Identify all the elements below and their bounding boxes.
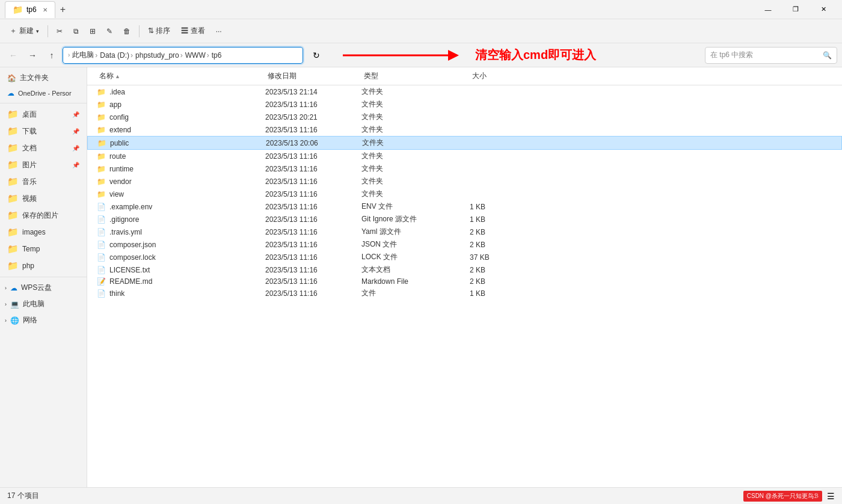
- toolbar: ＋ 新建 ▾ ✂ ⧉ ⊞ ✎ 🗑 ⇅ 排序 ☰ 查看 ···: [0, 19, 842, 43]
- col-header-size[interactable]: 大小: [470, 70, 518, 82]
- new-button[interactable]: ＋ 新建 ▾: [5, 22, 44, 41]
- minimize-button[interactable]: —: [754, 0, 782, 19]
- paste-button[interactable]: ⊞: [85, 22, 100, 41]
- table-row[interactable]: 📁 extend 2023/5/13 11:16 文件夹: [87, 123, 842, 136]
- sidebar-php-label: php: [22, 262, 34, 270]
- sidebar-item-wps[interactable]: › ☁ WPS云盘: [0, 280, 87, 296]
- address-bar[interactable]: › 此电脑 › Data (D:) › phpstudy_pro › WWW ›…: [63, 47, 303, 64]
- sidebar-item-music[interactable]: 📁 音乐: [0, 173, 87, 190]
- file-icon: 📁: [97, 177, 106, 186]
- table-row[interactable]: 📁 app 2023/5/13 11:16 文件夹: [87, 98, 842, 111]
- main-area: 🏠 主文件夹 ☁ OneDrive - Persor 📁 桌面 📌 📁 下载 📌…: [0, 67, 842, 487]
- tab-label: tp6: [26, 5, 37, 14]
- new-tab-button[interactable]: +: [55, 2, 70, 17]
- sidebar-item-images[interactable]: 📁 images: [0, 224, 87, 241]
- table-row[interactable]: 📄 think 2023/5/13 11:16 文件 1 KB: [87, 287, 842, 300]
- home-icon: 🏠: [7, 74, 16, 82]
- file-name: app: [109, 100, 121, 109]
- table-row[interactable]: 📁 route 2023/5/13 11:16 文件夹: [87, 150, 842, 162]
- view-toggle-button[interactable]: ☰: [827, 491, 835, 501]
- table-row[interactable]: 📄 LICENSE.txt 2023/5/13 11:16 文本文档 2 KB: [87, 263, 842, 276]
- file-icon: 📄: [97, 289, 106, 298]
- file-type: Git Ignore 源文件: [361, 214, 470, 224]
- table-row[interactable]: 📄 .example.env 2023/5/13 11:16 ENV 文件 1 …: [87, 200, 842, 213]
- file-date: 2023/5/13 11:16: [265, 165, 361, 173]
- file-type: 文件夹: [361, 112, 470, 122]
- file-list: 名称 ▲ 修改日期 类型 大小 📁 .idea 2023/5/13 21:14 …: [87, 67, 842, 487]
- file-type: Markdown File: [361, 277, 470, 286]
- file-size: 1 KB: [470, 215, 518, 224]
- expand-icon-wps: ›: [5, 285, 7, 291]
- pin-icon-downloads: 📌: [72, 128, 79, 135]
- more-button[interactable]: ···: [211, 22, 227, 41]
- file-icon: 📁: [97, 113, 106, 121]
- maximize-button[interactable]: ❐: [782, 0, 810, 19]
- col-header-name[interactable]: 名称 ▲: [97, 70, 265, 82]
- folder-icon-documents: 📁: [7, 143, 19, 153]
- file-date: 2023/5/13 11:16: [265, 190, 361, 198]
- folder-icon-videos: 📁: [7, 193, 19, 204]
- sidebar-item-network[interactable]: › 🌐 网络: [0, 312, 87, 328]
- table-row[interactable]: 📝 README.md 2023/5/13 11:16 Markdown Fil…: [87, 276, 842, 287]
- table-row[interactable]: 📁 .idea 2023/5/13 21:14 文件夹: [87, 85, 842, 98]
- sidebar-item-php[interactable]: 📁 php: [0, 257, 87, 274]
- refresh-button[interactable]: ↻: [308, 47, 325, 64]
- table-row[interactable]: 📁 vendor 2023/5/13 11:16 文件夹: [87, 175, 842, 188]
- delete-button[interactable]: 🗑: [118, 22, 135, 41]
- sidebar-item-saved-pictures[interactable]: 📁 保存的图片: [0, 207, 87, 224]
- sidebar-music-label: 音乐: [22, 177, 37, 187]
- sidebar-item-temp[interactable]: 📁 Temp: [0, 241, 87, 257]
- expand-icon-computer: ›: [5, 301, 7, 307]
- file-type: Yaml 源文件: [361, 227, 470, 237]
- file-icon: 📝: [97, 277, 106, 286]
- tab-folder-icon: 📁: [13, 5, 23, 14]
- file-size: 1 KB: [470, 289, 518, 298]
- file-date: 2023/5/13 11:16: [265, 277, 361, 286]
- file-type: LOCK 文件: [361, 252, 470, 262]
- toolbar-sep-1: [48, 25, 48, 37]
- sidebar-item-videos[interactable]: 📁 视频: [0, 190, 87, 207]
- col-header-type[interactable]: 类型: [361, 70, 470, 82]
- sidebar-item-desktop[interactable]: 📁 桌面 📌: [0, 106, 87, 123]
- up-button[interactable]: ↑: [43, 47, 60, 64]
- tab-close-button[interactable]: ✕: [43, 7, 48, 13]
- search-bar[interactable]: 在 tp6 中搜索 🔍: [705, 47, 837, 64]
- file-icon: 📄: [97, 203, 106, 211]
- table-row[interactable]: 📄 composer.lock 2023/5/13 11:16 LOCK 文件 …: [87, 251, 842, 263]
- file-icon: 📄: [97, 215, 106, 224]
- file-date: 2023/5/13 11:16: [265, 100, 361, 109]
- table-row[interactable]: 📄 .gitignore 2023/5/13 11:16 Git Ignore …: [87, 213, 842, 226]
- view-button[interactable]: ☰ 查看: [176, 22, 209, 41]
- rename-button[interactable]: ✎: [102, 22, 117, 41]
- table-row[interactable]: 📁 runtime 2023/5/13 11:16 文件夹: [87, 162, 842, 175]
- file-icon: 📁: [97, 165, 106, 173]
- close-button[interactable]: ✕: [810, 0, 837, 19]
- sidebar-item-onedrive[interactable]: ☁ OneDrive - Persor: [0, 86, 87, 100]
- table-row[interactable]: 📄 .travis.yml 2023/5/13 11:16 Yaml 源文件 2…: [87, 226, 842, 238]
- copy-button[interactable]: ⧉: [69, 22, 84, 41]
- sidebar: 🏠 主文件夹 ☁ OneDrive - Persor 📁 桌面 📌 📁 下载 📌…: [0, 67, 87, 487]
- file-date: 2023/5/13 20:06: [266, 139, 362, 147]
- cut-button[interactable]: ✂: [52, 22, 67, 41]
- col-size-label: 大小: [472, 71, 487, 81]
- filelist-header: 名称 ▲ 修改日期 类型 大小: [87, 67, 842, 85]
- table-row[interactable]: 📁 public 2023/5/13 20:06 文件夹: [87, 136, 842, 150]
- tab-tp6[interactable]: 📁 tp6 ✕: [5, 1, 55, 18]
- table-row[interactable]: 📄 composer.json 2023/5/13 11:16 JSON 文件 …: [87, 238, 842, 251]
- back-button[interactable]: ←: [5, 47, 22, 64]
- forward-button[interactable]: →: [24, 47, 41, 64]
- col-header-date[interactable]: 修改日期: [265, 70, 361, 82]
- file-date: 2023/5/13 11:16: [265, 289, 361, 298]
- sidebar-item-home[interactable]: 🏠 主文件夹: [0, 70, 87, 86]
- file-name: think: [109, 289, 124, 298]
- table-row[interactable]: 📁 view 2023/5/13 11:16 文件夹: [87, 188, 842, 200]
- sidebar-item-pictures[interactable]: 📁 图片 📌: [0, 156, 87, 173]
- sidebar-item-documents[interactable]: 📁 文档 📌: [0, 140, 87, 156]
- sidebar-item-downloads[interactable]: 📁 下载 📌: [0, 123, 87, 140]
- file-name: .example.env: [109, 203, 152, 211]
- table-row[interactable]: 📁 config 2023/5/13 20:21 文件夹: [87, 111, 842, 123]
- sort-button[interactable]: ⇅ 排序: [143, 22, 175, 41]
- sidebar-item-mycomputer[interactable]: › 💻 此电脑: [0, 296, 87, 312]
- file-name: config: [109, 113, 129, 121]
- search-placeholder: 在 tp6 中搜索: [710, 50, 820, 60]
